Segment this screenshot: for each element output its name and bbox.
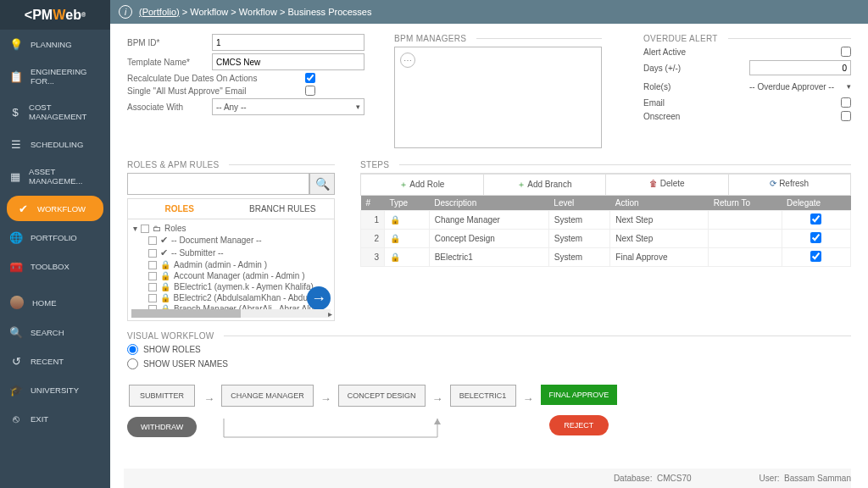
nav-icon: 💡 — [10, 38, 22, 50]
nav-icon: ⎋ — [10, 413, 22, 424]
steps-col-header[interactable]: Delegate — [782, 196, 850, 211]
check-icon: ✔ — [160, 235, 168, 246]
breadcrumb-segment: Workflow — [239, 7, 277, 17]
sidebar-item-search[interactable]: 🔍SEARCH — [0, 318, 110, 347]
sidebar-item-planning[interactable]: 💡PLANNING — [0, 30, 110, 58]
bpm-managers-box: ⋯ — [394, 47, 602, 148]
nav-icon: ↺ — [10, 355, 22, 367]
sidebar-item-scheduling[interactable]: ☰SCHEDULING — [0, 130, 110, 158]
show-roles-radio[interactable] — [127, 344, 138, 355]
add-role-button[interactable]: ＋ Add Role — [360, 174, 483, 196]
assign-arrow-button[interactable]: → — [307, 286, 331, 310]
sidebar-item-recent[interactable]: ↺RECENT — [0, 347, 110, 375]
steps-col-header[interactable]: Return To — [709, 196, 782, 211]
table-row[interactable]: 3🔒BElectric1SystemFinal Approve — [361, 248, 851, 267]
node-withdraw[interactable]: WITHDRAW — [127, 417, 197, 437]
sidebar-item-exit[interactable]: ⎋EXIT — [0, 404, 110, 433]
single-approve-label: Single "All Must Approve" Email — [127, 86, 305, 96]
template-name-input[interactable] — [212, 53, 364, 70]
lock-icon: 🔒 — [160, 271, 170, 280]
breadcrumb-segment[interactable]: (Portfolio) — [139, 7, 180, 17]
steps-col-header[interactable]: Type — [385, 196, 430, 211]
role-tree-item[interactable]: 🔒Account Manager (admin - Admin ) — [148, 270, 329, 281]
bpm-form: BPM ID* Template Name* Recalculate Due D… — [127, 34, 364, 148]
sidebar-item-cost-management[interactable]: $COST MANAGEMENT — [0, 94, 110, 130]
nav-icon: ▦ — [10, 170, 20, 182]
sidebar-item-home[interactable]: HOME — [0, 287, 110, 318]
arrow-icon: → — [432, 392, 443, 405]
refresh-button[interactable]: ⟳ Refresh — [728, 174, 852, 196]
lock-icon: 🔒 — [390, 215, 400, 225]
table-row[interactable]: 2🔒Concept DesignSystemNext Step — [361, 230, 851, 248]
sidebar-item-portfolio[interactable]: 🌐PORTFOLIO — [0, 223, 110, 252]
node-reject[interactable]: REJECT — [549, 415, 609, 435]
alert-active-checkbox[interactable] — [841, 47, 851, 57]
breadcrumb-segment: Business Processes — [287, 7, 371, 17]
sidebar-item-workflow[interactable]: ✔WORKFLOW — [7, 196, 103, 221]
overdue-onscreen-checkbox[interactable] — [841, 111, 851, 121]
recalc-checkbox[interactable] — [305, 73, 315, 83]
check-icon: ✔ — [160, 247, 168, 258]
sidebar-item-engineering-for-[interactable]: 📋ENGINEERING FOR... — [0, 58, 110, 94]
lock-icon: 🔒 — [160, 293, 170, 302]
delegate-checkbox[interactable] — [810, 214, 821, 225]
nav-icon: ✔ — [17, 202, 29, 214]
tab-branch-rules[interactable]: BRANCH RULES — [231, 199, 335, 219]
table-row[interactable]: 1🔒Change ManagerSystemNext Step — [361, 211, 851, 230]
role-tree-item[interactable]: 🔒Aadmin (admin - Admin ) — [148, 259, 329, 270]
overdue-email-checkbox[interactable] — [841, 97, 851, 108]
bpm-id-input[interactable] — [212, 34, 364, 51]
role-tree-item[interactable]: 🔒BElectric2 (AbdulsalamKhan - Abdul Sala — [148, 292, 329, 303]
overdue-alert-panel: OVERDUE ALERT Alert Active Days (+/-) Ro… — [643, 34, 851, 148]
steps-col-header[interactable]: Description — [429, 196, 548, 211]
managers-more-button[interactable]: ⋯ — [400, 53, 415, 68]
delete-button[interactable]: 🗑 Delete — [605, 174, 728, 196]
tab-roles[interactable]: ROLES — [128, 199, 231, 219]
tree-scrollbar[interactable]: ▸ — [131, 309, 331, 318]
steps-col-header[interactable]: Action — [610, 196, 709, 211]
roles-panel: ROLES & APM RULES 🔍 ROLES BRANCH RULES ▾… — [127, 160, 335, 321]
bpm-id-label: BPM ID* — [127, 38, 212, 47]
steps-col-header[interactable]: Level — [548, 196, 609, 211]
delegate-checkbox[interactable] — [810, 232, 821, 243]
lock-icon: 🔒 — [390, 252, 400, 262]
sidebar: <PMWeb® 💡PLANNING📋ENGINEERING FOR...$COS… — [0, 0, 110, 488]
single-approve-checkbox[interactable] — [305, 86, 315, 96]
arrow-icon: → — [203, 392, 214, 405]
sidebar-item-toolbox[interactable]: 🧰TOOLBOX — [0, 252, 110, 280]
add-branch-button[interactable]: ＋ Add Branch — [483, 174, 606, 196]
delegate-checkbox[interactable] — [810, 251, 821, 262]
bpm-managers-title: BPM MANAGERS — [394, 34, 602, 43]
role-tree-item[interactable]: ✔-- Document Manager -- — [148, 234, 329, 247]
node-concept-design[interactable]: CONCEPT DESIGN — [338, 385, 426, 407]
chevron-down-icon: ▾ — [356, 103, 360, 111]
show-users-radio[interactable] — [127, 358, 138, 369]
nav-icon: $ — [10, 106, 20, 118]
steps-table: #TypeDescriptionLevelActionReturn ToDele… — [360, 196, 851, 267]
roles-search-button[interactable]: 🔍 — [309, 173, 335, 195]
workflow-diagram: SUBMITTER WITHDRAW → CHANGE MANAGER → CO… — [127, 385, 851, 452]
status-bar: Database: CMCS70 User: Bassam Samman — [124, 469, 851, 488]
sidebar-item-university[interactable]: 🎓UNIVERSITY — [0, 375, 110, 404]
overdue-days-input[interactable] — [749, 60, 851, 75]
overdue-roles-select[interactable]: -- Overdue Approver --▾ — [749, 79, 851, 94]
sidebar-item-asset-manageme-[interactable]: ▦ASSET MANAGEME... — [0, 158, 110, 194]
role-tree-item[interactable]: 🔒BElectric1 (aymen.k - Aymen Khalifa) — [148, 281, 329, 292]
associate-with-select[interactable]: -- Any --▾ — [212, 98, 364, 115]
overdue-title: OVERDUE ALERT — [643, 34, 851, 43]
roles-search-input[interactable] — [127, 173, 309, 195]
nav-icon: 📋 — [10, 70, 22, 82]
info-icon[interactable]: i — [119, 5, 132, 19]
node-change-manager[interactable]: CHANGE MANAGER — [221, 385, 314, 407]
template-name-label: Template Name* — [127, 58, 212, 67]
roles-tree[interactable]: ▾🗀Roles ✔-- Document Manager --✔-- Submi… — [127, 219, 335, 321]
role-tree-item[interactable]: ✔-- Submitter -- — [148, 247, 329, 259]
arrow-icon: → — [523, 392, 534, 405]
lock-icon: 🔒 — [160, 282, 170, 291]
steps-col-header[interactable]: # — [361, 196, 385, 211]
node-belectric1[interactable]: BELECTRIC1 — [450, 385, 516, 407]
node-submitter[interactable]: SUBMITTER — [129, 385, 195, 407]
chevron-down-icon: ▾ — [847, 82, 851, 91]
arrow-icon: → — [320, 392, 331, 405]
node-final-approve[interactable]: FINAL APPROVE — [541, 385, 618, 405]
